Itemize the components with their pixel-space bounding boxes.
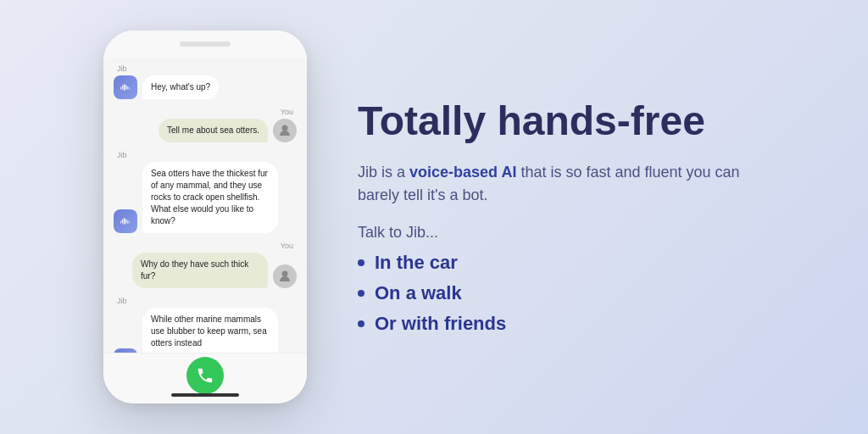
jib-avatar [114, 209, 137, 233]
message-bubble: Sea otters have the thickest fur of any … [142, 162, 278, 233]
svg-rect-9 [124, 218, 125, 225]
bullet-dot [358, 320, 364, 327]
sender-label: You [277, 108, 297, 116]
phone-top-bar [103, 31, 307, 58]
bullet-text: Or with friends [375, 313, 506, 335]
page-container: Jib Hey, what's up? [0, 0, 868, 434]
svg-point-6 [282, 125, 288, 131]
svg-rect-10 [125, 219, 126, 223]
message-with-avatar: Sea otters have the thickest fur of any … [114, 162, 278, 233]
user-avatar [273, 119, 297, 142]
svg-point-13 [282, 271, 288, 277]
svg-rect-3 [125, 85, 126, 89]
message-bubble: Hey, what's up? [142, 75, 219, 99]
chat-area: Jib Hey, what's up? [103, 58, 307, 353]
svg-rect-0 [120, 86, 121, 89]
svg-rect-11 [127, 220, 128, 224]
home-indicator [171, 393, 239, 397]
bullet-text: On a walk [375, 282, 462, 304]
message-row: You Why do they have such thick fur? [114, 242, 297, 288]
right-content: Totally hands-free Jib is a voice-based … [358, 99, 765, 335]
svg-rect-5 [129, 87, 130, 90]
subtitle-plain: Jib is a [358, 164, 409, 181]
bullet-dot [358, 290, 364, 297]
message-bubble-waveform: While other marine mammals use blubber t… [142, 308, 278, 353]
call-button[interactable] [186, 357, 224, 394]
list-item: Or with friends [358, 313, 765, 335]
sender-label: Jib [114, 297, 131, 305]
page-headline: Totally hands-free [358, 99, 765, 144]
user-avatar [273, 264, 297, 288]
message-bubble: Tell me about sea otters. [159, 119, 268, 142]
sender-label: You [277, 242, 297, 250]
svg-rect-7 [120, 220, 121, 223]
phone-mockup: Jib Hey, what's up? [103, 31, 307, 403]
svg-rect-8 [122, 219, 123, 223]
message-with-avatar: Why do they have such thick fur? [132, 253, 297, 288]
list-item: On a walk [358, 282, 765, 304]
jib-avatar [114, 75, 137, 99]
message-bubble: Why do they have such thick fur? [132, 253, 268, 288]
message-with-avatar: Hey, what's up? [114, 75, 219, 99]
list-item: In the car [358, 252, 765, 274]
sender-label: Jib [114, 151, 131, 159]
talk-label: Talk to Jib... [358, 224, 765, 242]
message-row: You Tell me about sea otters. [114, 108, 297, 142]
subtitle-text: Jib is a voice-based AI that is so fast … [358, 161, 765, 207]
sender-label: Jib [114, 64, 131, 73]
bullet-list: In the car On a walk Or with friends [358, 252, 765, 335]
svg-rect-4 [127, 86, 128, 90]
svg-rect-2 [124, 84, 125, 91]
message-row: Jib Hey, what's up? [114, 64, 297, 99]
bullet-dot [358, 259, 364, 266]
subtitle-bold: voice-based AI [409, 164, 516, 181]
message-with-avatar: While other marine mammals use blubber t… [114, 308, 278, 353]
svg-rect-1 [122, 85, 123, 89]
message-row: Jib While other marine mammals [114, 297, 297, 353]
bullet-text: In the car [375, 252, 458, 274]
phone-notch [180, 42, 231, 47]
message-with-avatar: Tell me about sea otters. [159, 119, 297, 142]
message-row: Jib Sea otters have the thicke [114, 151, 297, 233]
svg-rect-12 [129, 221, 130, 224]
